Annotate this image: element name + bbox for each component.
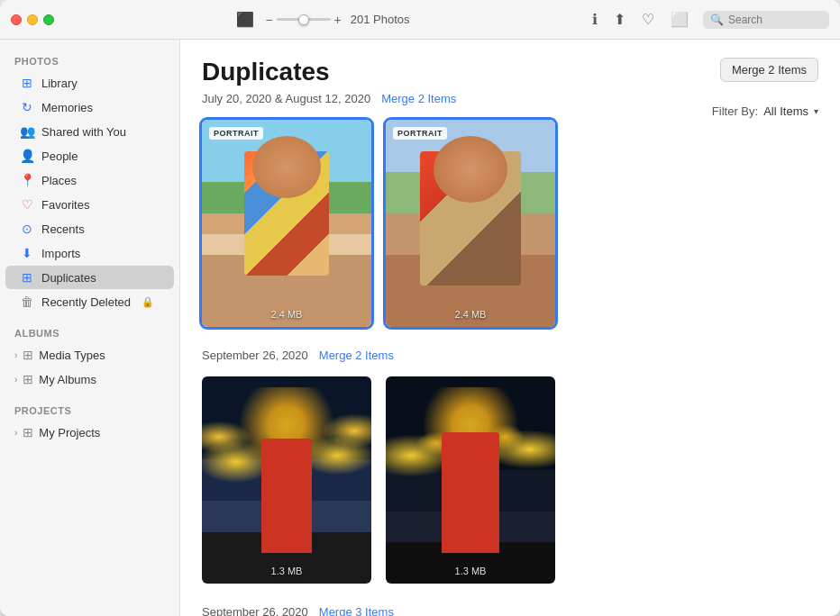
sidebar-section-projects: Projects [0,398,179,420]
photo-card-3[interactable]: 1.3 MB [202,376,371,584]
photo-image-1 [202,120,371,327]
info-icon: ℹ [592,11,598,28]
sidebar-label-shared: Shared with You [41,125,126,139]
group-1-header: July 20, 2020 & August 12, 2020 Merge 2 … [202,92,818,105]
share-button[interactable]: ⬆ [612,9,627,30]
photo-image-2 [386,120,555,327]
sidebar-item-recents[interactable]: ⊙ Recents [5,217,174,240]
duplicates-icon: ⊞ [20,270,34,285]
sidebar-label-recents: Recents [41,222,85,236]
share-icon: ⬆ [614,11,625,28]
photo-group-1: July 20, 2020 & August 12, 2020 Merge 2 … [202,92,818,327]
sidebar-label-my-projects: My Projects [39,426,100,439]
zoom-plus-icon: + [334,13,342,27]
photo-group-3: September 26, 2020 Merge 3 Items [202,605,818,616]
portrait-badge-1: PORTRAIT [209,127,263,140]
sidebar-item-people[interactable]: 👤 People [5,144,174,168]
heart-button[interactable]: ♡ [640,9,656,30]
zoom-thumb [298,14,309,25]
sidebar-label-places: Places [41,174,77,187]
group-2-header: September 26, 2020 Merge 2 Items [202,349,818,362]
sidebar-item-shared-with-you[interactable]: 👥 Shared with You [5,120,174,143]
zoom-slider[interactable] [277,18,331,21]
zoom-control: − + [265,13,341,27]
maximize-button[interactable] [43,14,54,25]
recents-icon: ⊙ [20,222,34,236]
photo-count: 201 Photos [351,13,410,26]
lock-icon: 🔒 [142,296,154,308]
titlebar-actions: ℹ ⬆ ♡ ⬜ 🔍 [590,9,829,30]
group-1-date: July 20, 2020 & August 12, 2020 [202,92,370,105]
photo-size-2: 2.4 MB [386,309,555,320]
content-header: Duplicates Merge 2 Items [202,58,818,86]
sidebar-item-media-types[interactable]: › ⊞ Media Types [5,343,174,367]
sidebar-item-duplicates[interactable]: ⊞ Duplicates [5,266,174,289]
info-button[interactable]: ℹ [590,9,599,30]
sidebar-item-favorites[interactable]: ♡ Favorites [5,193,174,216]
sidebar-label-my-albums: My Albums [39,373,96,386]
traffic-lights [11,14,54,25]
my-albums-icon: ⊞ [21,372,35,386]
main-layout: Photos ⊞ Library ↻ Memories 👥 Shared wit… [0,40,840,616]
photo-group-2: September 26, 2020 Merge 2 Items 1.3 MB … [202,349,818,584]
photo-card-1[interactable]: PORTRAIT 2.4 MB [202,120,371,327]
sidebar-label-library: Library [41,77,78,90]
photo-size-1: 2.4 MB [202,309,371,320]
sidebar-label-favorites: Favorites [41,198,89,212]
sidebar: Photos ⊞ Library ↻ Memories 👥 Shared wit… [0,40,180,616]
deleted-icon: 🗑 [20,294,34,309]
imports-icon: ⬇ [20,246,34,260]
filter-chevron-icon: ▾ [814,106,818,116]
group-2-merge-link[interactable]: Merge 2 Items [319,349,394,362]
rotate-button[interactable]: ⬜ [669,9,690,30]
photo-size-4: 1.3 MB [386,566,555,576]
sidebar-item-my-projects[interactable]: › ⊞ My Projects [5,421,174,444]
sidebar-label-media-types: Media Types [39,349,105,362]
close-button[interactable] [11,14,22,25]
sidebar-item-places[interactable]: 📍 Places [5,168,174,192]
photo-image-3 [202,376,371,584]
group-2-date: September 26, 2020 [202,349,308,362]
sidebar-item-imports[interactable]: ⬇ Imports [5,241,174,265]
my-projects-icon: ⊞ [21,425,35,439]
media-types-icon: ⊞ [21,348,35,362]
minimize-button[interactable] [27,14,38,25]
photo-card-2[interactable]: PORTRAIT 2.4 MB [386,120,555,327]
heart-icon: ♡ [642,11,654,28]
people-icon: 👤 [20,149,34,163]
photo-card-4[interactable]: 1.3 MB [386,376,555,584]
sidebar-item-memories[interactable]: ↻ Memories [5,95,174,119]
search-box[interactable]: 🔍 [703,11,829,29]
chevron-media-types: › [14,350,17,360]
group-3-header: September 26, 2020 Merge 3 Items [202,605,818,616]
group-2-grid: 1.3 MB 1.3 MB [202,376,818,584]
sidebar-item-my-albums[interactable]: › ⊞ My Albums [5,367,174,391]
sidebar-section-photos: Photos [0,49,179,70]
portrait-badge-2: PORTRAIT [393,127,447,140]
page-title: Duplicates [202,58,330,86]
filter-row: Filter By: All Items ▾ [712,104,818,118]
slideshow-button[interactable]: ⬛ [234,9,256,30]
search-input[interactable] [728,14,822,26]
favorites-icon: ♡ [20,197,34,212]
group-1-grid: PORTRAIT 2.4 MB PORTRAIT 2.4 MB [202,120,818,327]
app-window: ⬛ − + 201 Photos ℹ ⬆ ♡ ⬜ [0,0,840,616]
merge-items-button[interactable]: Merge 2 Items [720,58,818,82]
places-icon: 📍 [20,173,34,187]
content-area: Duplicates Merge 2 Items Filter By: All … [180,40,840,616]
sidebar-item-recently-deleted[interactable]: 🗑 Recently Deleted 🔒 [5,290,174,313]
chevron-my-albums: › [14,375,17,385]
group-3-date: September 26, 2020 [202,605,308,616]
library-icon: ⊞ [20,76,34,90]
group-1-merge-link[interactable]: Merge 2 Items [381,92,456,105]
filter-label: Filter By: [712,104,758,118]
sidebar-section-albums: Albums [0,321,179,342]
sidebar-label-memories: Memories [41,101,93,114]
sidebar-item-library[interactable]: ⊞ Library [5,71,174,95]
zoom-minus-icon: − [265,13,272,27]
group-3-merge-link[interactable]: Merge 3 Items [319,605,394,616]
rotate-icon: ⬜ [671,11,689,28]
filter-value[interactable]: All Items [763,104,808,118]
search-icon: 🔍 [710,14,724,26]
memories-icon: ↻ [20,100,34,114]
